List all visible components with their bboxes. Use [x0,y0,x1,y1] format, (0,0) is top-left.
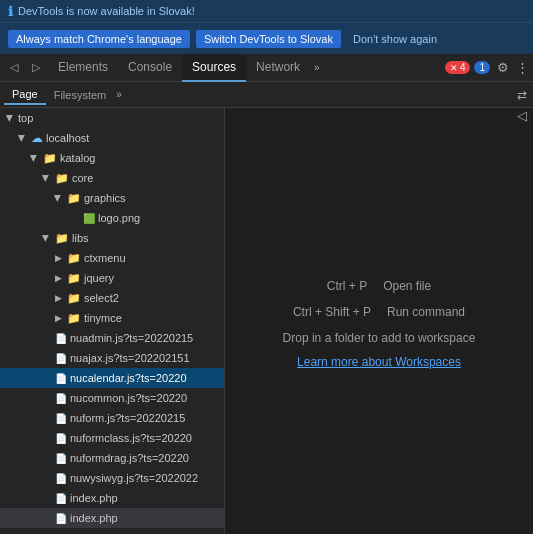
dismiss-button[interactable]: Don't show again [347,30,443,48]
arrow-libs: ▶ [41,232,51,244]
tree-label-nuadmin-js: nuadmin.js?ts=20220215 [70,332,193,344]
tree-item-nucommon-js[interactable]: ▶ 📄 nucommon.js?ts=20220 [0,388,224,408]
tree-label-graphics: graphics [84,192,126,204]
js-file-icon-nucalendar: 📄 [55,373,67,384]
subtab-more-icon[interactable]: » [116,89,122,100]
tab-console[interactable]: Console [118,54,182,82]
folder-icon-ctxmenu: 📁 [67,252,81,265]
info-badge: 1 [474,61,490,74]
tree-label-index-php-1: index.php [70,492,118,504]
tree-label-nuformdrag-js: nuformdrag.js?ts=20220 [70,452,189,464]
arrow-tinymce: ▶ [52,313,64,323]
folder-icon-select2: 📁 [67,292,81,305]
tree-item-index-php-2[interactable]: ▶ 📄 index.php [0,508,224,528]
action-bar: Always match Chrome's language Switch De… [0,22,533,54]
tree-item-tinymce[interactable]: ▶ 📁 tinymce [0,308,224,328]
js-file-icon-nuform: 📄 [55,413,67,424]
tree-label-select2: select2 [84,292,119,304]
shortcut-run-key: Ctrl + Shift + P [293,305,371,319]
workspace-drop-text: Drop in a folder to add to workspace [283,331,476,345]
tree-item-jquery[interactable]: ▶ 📁 jquery [0,268,224,288]
arrow-ctxmenu: ▶ [52,253,64,263]
tree-label-nuform-js: nuform.js?ts=20220215 [70,412,185,424]
tab-back-icon[interactable]: ◁ [4,58,24,78]
more-tabs-icon[interactable]: » [310,60,324,75]
tree-item-index-php-1[interactable]: ▶ 📄 index.php [0,488,224,508]
workspace-panel: ◁ Ctrl + P Open file Ctrl + Shift + P Ru… [225,108,533,534]
tab-badges: ✕ 4 1 ⚙ ⋮ [445,60,529,75]
tree-item-localhost[interactable]: ▶ ☁ localhost [0,128,224,148]
folder-icon-jquery: 📁 [67,272,81,285]
info-icon: ℹ [8,4,13,19]
error-badge: ✕ 4 [445,61,471,74]
tree-label-nuajax-js: nuajax.js?ts=202202151 [70,352,190,364]
arrow-localhost: ▶ [17,132,27,144]
arrow-jquery: ▶ [52,273,64,283]
tree-item-top[interactable]: ▶ top [0,108,224,128]
tabs-row: ◁ ▷ Elements Console Sources Network » ✕… [0,54,533,82]
more-options-icon[interactable]: ⋮ [516,60,529,75]
tab-network[interactable]: Network [246,54,310,82]
learn-workspaces-link[interactable]: Learn more about Workspaces [297,355,461,369]
js-file-icon-nuajax: 📄 [55,353,67,364]
workspace-shortcut-run: Ctrl + Shift + P Run command [293,305,465,319]
tree-label-katalog: katalog [60,152,95,164]
tree-item-nuform-js[interactable]: ▶ 📄 nuform.js?ts=20220215 [0,408,224,428]
js-file-icon-nucommon: 📄 [55,393,67,404]
shortcut-open-action: Open file [383,279,431,293]
js-file-icon-nuformclass: 📄 [55,433,67,444]
main-content: ▶ top ▶ ☁ localhost ▶ 📁 katalog ▶ 📁 core… [0,108,533,534]
tree-item-logo-png[interactable]: ▶ 🟩 logo.png [0,208,224,228]
tree-label-core: core [72,172,93,184]
folder-icon-graphics: 📁 [67,192,81,205]
subtab-filesystem[interactable]: Filesystem [46,86,115,104]
workspace-collapse-icon[interactable]: ◁ [517,108,527,123]
subtab-page[interactable]: Page [4,85,46,105]
tree-item-nuformdrag-js[interactable]: ▶ 📄 nuformdrag.js?ts=20220 [0,448,224,468]
tree-item-core[interactable]: ▶ 📁 core [0,168,224,188]
switch-devtools-button[interactable]: Switch DevTools to Slovak [196,30,341,48]
tree-item-select2[interactable]: ▶ 📁 select2 [0,288,224,308]
tree-item-ctxmenu[interactable]: ▶ 📁 ctxmenu [0,248,224,268]
tree-item-graphics[interactable]: ▶ 📁 graphics [0,188,224,208]
folder-icon-libs: 📁 [55,232,69,245]
js-file-icon-nuformdrag: 📄 [55,453,67,464]
tree-label-jquery: jquery [84,272,114,284]
arrow-graphics: ▶ [53,192,63,204]
php-file-icon-2: 📄 [55,513,67,524]
tree-item-nucalendar-js[interactable]: ▶ 📄 nucalendar.js?ts=20220 [0,368,224,388]
tree-item-katalog[interactable]: ▶ 📁 katalog [0,148,224,168]
tree-label-logo-png: logo.png [98,212,140,224]
tree-label-nuwysiwyg-js: nuwysiwyg.js?ts=2022022 [70,472,198,484]
settings-icon[interactable]: ⚙ [497,60,509,75]
tab-elements[interactable]: Elements [48,54,118,82]
cloud-icon: ☁ [31,131,43,145]
tree-label-top: top [18,112,33,124]
tree-label-localhost: localhost [46,132,89,144]
tree-item-nuajax-js[interactable]: ▶ 📄 nuajax.js?ts=202202151 [0,348,224,368]
arrow-katalog: ▶ [29,152,39,164]
tree-item-nuwysiwyg-js[interactable]: ▶ 📄 nuwysiwyg.js?ts=2022022 [0,468,224,488]
tree-item-nuformclass-js[interactable]: ▶ 📄 nuformclass.js?ts=20220 [0,428,224,448]
tree-label-index-php-2: index.php [70,512,118,524]
tab-sources[interactable]: Sources [182,54,246,82]
tree-item-libs[interactable]: ▶ 📁 libs [0,228,224,248]
info-text: DevTools is now available in Slovak! [18,5,195,17]
js-file-icon-nuwysiwyg: 📄 [55,473,67,484]
arrow-core: ▶ [41,172,51,184]
info-bar: ℹ DevTools is now available in Slovak! [0,0,533,22]
tree-item-nuadmin-js[interactable]: ▶ 📄 nuadmin.js?ts=20220215 [0,328,224,348]
subtab-actions: ⇄ [515,86,529,104]
php-file-icon-1: 📄 [55,493,67,504]
tab-forward-icon[interactable]: ▷ [26,58,46,78]
png-file-icon: 🟩 [83,213,95,224]
tree-label-libs: libs [72,232,89,244]
tree-label-nucommon-js: nucommon.js?ts=20220 [70,392,187,404]
folder-icon-tinymce: 📁 [67,312,81,325]
file-tree: ▶ top ▶ ☁ localhost ▶ 📁 katalog ▶ 📁 core… [0,108,225,534]
arrow-top: ▶ [5,112,15,124]
match-language-button[interactable]: Always match Chrome's language [8,30,190,48]
sub-tabs: Page Filesystem » ⇄ [0,82,533,108]
tree-label-ctxmenu: ctxmenu [84,252,126,264]
sync-icon[interactable]: ⇄ [515,86,529,104]
